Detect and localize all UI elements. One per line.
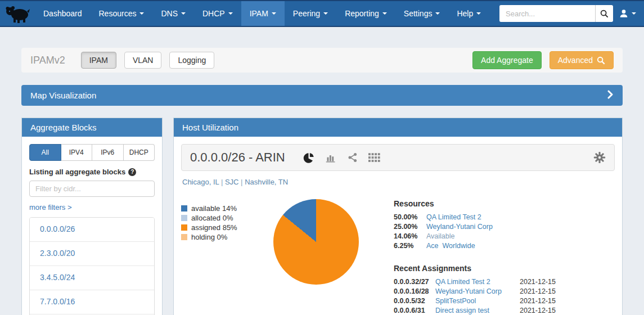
- chevron-down-icon: [272, 12, 276, 15]
- nav-help[interactable]: Help: [448, 1, 489, 26]
- separator: |: [221, 178, 223, 186]
- assignment-link[interactable]: SplitTestPool: [435, 297, 520, 305]
- assignment-date: 2021-12-15: [520, 297, 556, 305]
- location-link[interactable]: SJC: [225, 178, 239, 186]
- app-logo[interactable]: [0, 1, 35, 26]
- user-menu[interactable]: [619, 8, 636, 19]
- map-visualization-label: Map Visualization: [30, 91, 96, 100]
- chevron-down-icon: [632, 12, 636, 15]
- nav-dhcp[interactable]: DHCP: [194, 1, 241, 26]
- global-search: [499, 5, 613, 22]
- chevron-down-icon: [181, 12, 186, 15]
- nav-label: Settings: [404, 9, 433, 18]
- list-item[interactable]: 3.4.5.0/24: [30, 266, 154, 290]
- legend-item: allocated 0%: [181, 214, 253, 222]
- tab-logging[interactable]: Logging: [169, 52, 214, 69]
- more-filters-link[interactable]: more filters >: [29, 203, 72, 212]
- assignment-row: 0.0.0.5/32 SplitTestPool 2021-12-15: [394, 297, 562, 305]
- resource-row: 6.25% Ace Worldwide: [394, 242, 562, 250]
- cidr-filter-input[interactable]: [29, 181, 155, 197]
- pie-legend: available 14% allocated 0% assigned 85%: [181, 204, 253, 315]
- nav-peering[interactable]: Peering: [285, 1, 336, 26]
- resource-link[interactable]: Ace Worldwide: [426, 242, 475, 250]
- assignment-cidr: 0.0.0.16/28: [394, 287, 435, 295]
- pie-chart-icon: [303, 152, 315, 164]
- navbar-right: [499, 1, 644, 26]
- nav-dashboard[interactable]: Dashboard: [35, 1, 91, 26]
- host-block-toolbar: 0.0.0.0/26 - ARIN: [181, 144, 615, 171]
- nav-label: Resources: [99, 9, 137, 18]
- legend-item: available 14%: [181, 204, 253, 213]
- assignment-date: 2021-12-15: [520, 278, 556, 286]
- search-icon: [597, 56, 605, 65]
- help-icon[interactable]: [128, 168, 136, 176]
- list-item[interactable]: 2.3.0.0/20: [30, 242, 154, 266]
- filter-tab-ipv4[interactable]: IPV4: [61, 144, 93, 161]
- chevron-down-icon: [476, 12, 481, 15]
- host-block-title: 0.0.0.0/26 - ARIN: [190, 150, 285, 165]
- listing-label: Listing all aggregate blocks: [29, 168, 155, 176]
- resource-link[interactable]: Weyland-Yutani Corp: [426, 223, 493, 231]
- assignment-link[interactable]: Direct assign test: [435, 307, 520, 314]
- bar-chart-view-button[interactable]: [325, 152, 337, 164]
- ipam-page: Dashboard Resources DNS DHCP IPAM Peerin…: [0, 0, 644, 315]
- resources-title: Resources: [394, 199, 562, 208]
- assignment-cidr: 0.0.0.6/31: [394, 307, 435, 314]
- grid-view-button[interactable]: [368, 153, 380, 163]
- add-aggregate-button[interactable]: Add Aggregate: [472, 51, 542, 69]
- nav-resources[interactable]: Resources: [91, 1, 153, 26]
- aggregate-blocks-panel: Aggregate Blocks All IPV4 IPv6 DHCP List…: [21, 118, 163, 315]
- assignment-link[interactable]: QA Limited Test 2: [435, 278, 520, 286]
- search-button[interactable]: [595, 5, 613, 22]
- utilization-pie-chart: [273, 199, 359, 285]
- listing-label-text: Listing all aggregate blocks: [29, 168, 125, 176]
- location-link[interactable]: Nashville, TN: [245, 178, 288, 186]
- resource-row: 14.06% Available: [394, 232, 562, 240]
- resource-link[interactable]: QA Limited Test 2: [426, 213, 481, 221]
- advanced-search-button[interactable]: Advanced: [550, 51, 614, 69]
- settings-button[interactable]: [593, 151, 606, 164]
- resource-pct: 6.25%: [394, 242, 426, 250]
- nav-label: Dashboard: [43, 9, 82, 18]
- assignment-link[interactable]: Weyland-Yutani Corp: [435, 287, 520, 295]
- nav-settings[interactable]: Settings: [395, 1, 449, 26]
- map-visualization-bar[interactable]: Map Visualization: [21, 85, 623, 106]
- nav-ipam[interactable]: IPAM: [241, 1, 285, 26]
- nav-label: Reporting: [345, 9, 379, 18]
- main-menu: Dashboard Resources DNS DHCP IPAM Peerin…: [35, 1, 489, 26]
- filter-tab-all[interactable]: All: [29, 144, 61, 161]
- resource-pct: 14.06%: [394, 232, 426, 240]
- filter-tab-ipv6[interactable]: IPv6: [92, 144, 124, 161]
- aggregate-blocks-header: Aggregate Blocks: [22, 118, 162, 137]
- search-input[interactable]: [499, 5, 595, 22]
- aggregate-blocks-body: All IPV4 IPv6 DHCP Listing all aggregate…: [22, 137, 162, 315]
- gear-icon: [593, 151, 606, 164]
- pie-chart-view-button[interactable]: [303, 152, 315, 164]
- page-header: IPAMv2 IPAM VLAN Logging Add Aggregate A…: [21, 48, 623, 73]
- legend-swatch: [181, 224, 187, 231]
- legend-label: assigned 85%: [191, 223, 237, 232]
- main-columns: Aggregate Blocks All IPV4 IPv6 DHCP List…: [21, 118, 623, 315]
- list-item[interactable]: 7.7.0.0/16: [30, 290, 154, 314]
- assignment-cidr: 0.0.0.32/27: [394, 278, 435, 286]
- nav-label: Peering: [293, 9, 320, 18]
- location-breadcrumb: Chicago, IL | SJC | Nashville, TN: [182, 178, 614, 186]
- page-title: IPAMv2: [30, 55, 65, 66]
- list-item[interactable]: 0.0.0.0/26: [30, 218, 154, 242]
- legend-item: holding 0%: [181, 233, 253, 241]
- share-view-button[interactable]: [347, 152, 358, 163]
- tab-vlan[interactable]: VLAN: [124, 52, 162, 69]
- legend-item: assigned 85%: [181, 223, 253, 232]
- assignment-row: 0.0.0.6/31 Direct assign test 2021-12-15: [394, 307, 562, 314]
- legend-label: allocated 0%: [191, 214, 233, 222]
- nav-reporting[interactable]: Reporting: [336, 1, 395, 26]
- assignment-cidr: 0.0.0.5/32: [394, 297, 435, 305]
- chevron-down-icon: [382, 12, 387, 15]
- assignment-row: 0.0.0.32/27 QA Limited Test 2 2021-12-15: [394, 278, 562, 286]
- resource-link[interactable]: Available: [426, 232, 455, 240]
- navbar: Dashboard Resources DNS DHCP IPAM Peerin…: [0, 0, 644, 27]
- location-link[interactable]: Chicago, IL: [182, 178, 219, 186]
- tab-ipam[interactable]: IPAM: [81, 52, 116, 69]
- nav-dns[interactable]: DNS: [152, 1, 194, 26]
- filter-tab-dhcp[interactable]: DHCP: [124, 144, 155, 161]
